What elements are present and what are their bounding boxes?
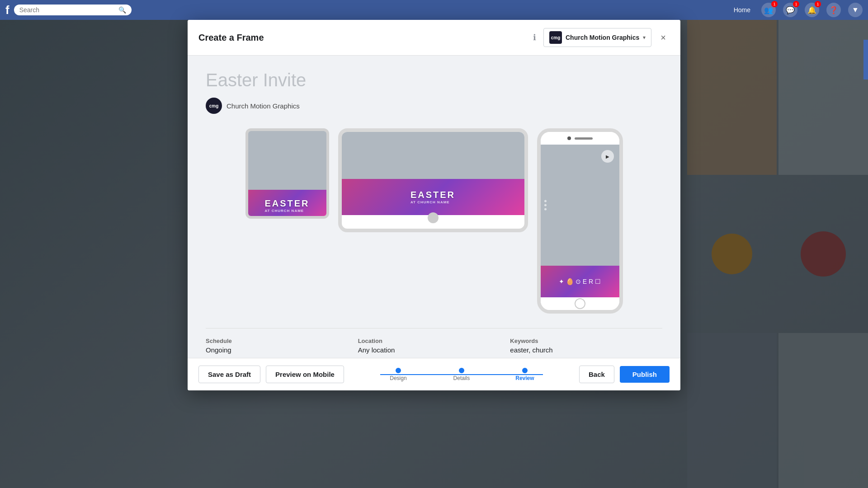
preview-area: EASTER AT CHURCH NAME EASTER AT CHURCH N…: [206, 128, 662, 314]
facebook-topbar: f 🔍 Home 👥1 💬1 🔔1 ❓ ▼: [0, 0, 868, 20]
phone-top-bar: [541, 132, 619, 145]
back-button[interactable]: Back: [579, 366, 614, 383]
manage-effects-button[interactable]: Manage Effects: [863, 40, 868, 80]
phone-dot-2: [544, 204, 547, 206]
meta-location: Location Any location: [358, 338, 510, 354]
author-name: Church Motion Graphics: [226, 102, 300, 110]
phone-dot-1: [544, 200, 547, 202]
modal-title: Create a Frame: [198, 33, 533, 43]
search-icon: 🔍: [118, 6, 126, 14]
phone-frame-bar: ✦🥚⊙ER☐: [541, 266, 619, 297]
modal-body: Easter Invite cmg Church Motion Graphics…: [188, 56, 680, 358]
help-icon[interactable]: ❓: [826, 3, 841, 17]
stepper-label-design: Design: [390, 375, 406, 381]
phone-dot-3: [544, 208, 547, 211]
metadata-row: Schedule Ongoing Location Any location K…: [206, 328, 662, 354]
meta-schedule-label: Schedule: [206, 338, 349, 344]
play-button-icon[interactable]: ▶: [601, 150, 614, 163]
meta-keywords-value: easter, church: [510, 346, 653, 354]
landscape-frame-bar: EASTER AT CHURCH NAME: [342, 179, 524, 215]
portrait-preview: EASTER AT CHURCH NAME: [245, 128, 329, 219]
home-link[interactable]: Home: [734, 6, 750, 14]
portrait-easter-sub: AT CHURCH NAME: [264, 209, 309, 213]
stepper: Design Details Review: [344, 368, 579, 381]
footer-left: Save as Draft Preview on Mobile: [198, 366, 344, 383]
meta-location-label: Location: [358, 338, 501, 344]
vertical-preview: ▶ ✦🥚⊙ER☐: [537, 128, 623, 314]
search-input[interactable]: [19, 6, 115, 14]
stepper-dot-review: [522, 368, 528, 373]
author-row: cmg Church Motion Graphics: [206, 98, 662, 114]
phone-camera: [567, 136, 571, 140]
phone-dots: [544, 200, 547, 211]
account-dropdown-icon[interactable]: ▼: [848, 3, 863, 17]
frame-title: Easter Invite: [206, 70, 662, 90]
preview-mobile-button[interactable]: Preview on Mobile: [266, 366, 344, 383]
facebook-logo: f: [5, 3, 9, 17]
stepper-details: Details: [430, 368, 493, 381]
landscape-preview: EASTER AT CHURCH NAME: [338, 128, 528, 232]
phone-speaker: [575, 137, 593, 140]
stepper-review: Review: [493, 368, 557, 381]
phone-screen: ▶: [541, 145, 619, 266]
stepper-label-details: Details: [453, 375, 470, 381]
publish-button[interactable]: Publish: [620, 366, 670, 383]
page-selector[interactable]: cmg Church Motion Graphics ▾: [543, 28, 651, 47]
meta-keywords: Keywords easter, church: [510, 338, 662, 354]
chevron-down-icon: ▾: [643, 34, 646, 41]
modal-header: Create a Frame ℹ cmg Church Motion Graph…: [188, 20, 680, 56]
modal: Create a Frame ℹ cmg Church Motion Graph…: [188, 20, 680, 390]
stepper-dot-design: [396, 368, 401, 373]
messenger-icon[interactable]: 💬1: [783, 3, 797, 17]
nav-right: Home 👥1 💬1 🔔1 ❓ ▼: [734, 3, 863, 17]
landscape-easter-sub: AT CHURCH NAME: [410, 200, 455, 204]
close-button[interactable]: ×: [657, 31, 670, 45]
search-bar[interactable]: 🔍: [14, 5, 132, 15]
meta-location-value: Any location: [358, 346, 501, 354]
notifications-icon[interactable]: 🔔1: [805, 3, 819, 17]
page-avatar: cmg: [549, 31, 562, 44]
landscape-easter-text: EASTER: [410, 190, 455, 200]
meta-schedule-value: Ongoing: [206, 346, 349, 354]
info-icon[interactable]: ℹ: [533, 33, 536, 42]
phone-easter-icons: ✦🥚⊙ER☐: [559, 278, 601, 285]
portrait-frame-bar: EASTER AT CHURCH NAME: [248, 190, 326, 219]
modal-overlay: Create a Frame ℹ cmg Church Motion Graph…: [0, 20, 868, 488]
home-button-icon: [575, 298, 585, 309]
portrait-screen: [248, 131, 326, 190]
page-name: Church Motion Graphics: [566, 34, 639, 41]
stepper-design: Design: [367, 368, 430, 381]
modal-footer: Save as Draft Preview on Mobile Design D…: [188, 358, 680, 390]
icon-group: 👥1 💬1 🔔1 ❓ ▼: [761, 3, 863, 17]
author-avatar: cmg: [206, 98, 222, 114]
save-draft-button[interactable]: Save as Draft: [198, 366, 260, 383]
footer-right: Back Publish: [579, 366, 670, 383]
meta-schedule: Schedule Ongoing: [206, 338, 358, 354]
stepper-dot-details: [459, 368, 464, 373]
stepper-label-review: Review: [515, 375, 534, 381]
meta-keywords-label: Keywords: [510, 338, 653, 344]
portrait-easter-text: EASTER: [264, 198, 309, 209]
phone-bottom: [541, 297, 619, 310]
people-icon[interactable]: 👥1: [761, 3, 776, 17]
